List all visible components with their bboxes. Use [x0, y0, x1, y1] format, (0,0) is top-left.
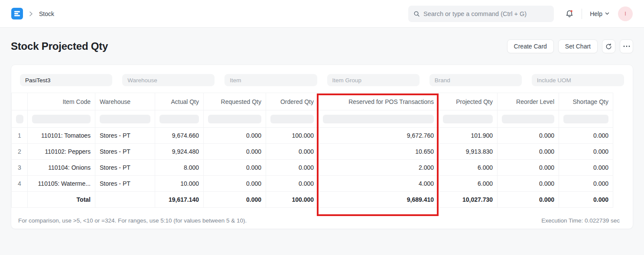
cell-projected-qty[interactable]: 6.000 [439, 176, 498, 192]
navbar-divider [582, 9, 582, 19]
more-menu-button[interactable] [620, 39, 633, 53]
cell-actual-qty[interactable]: 10.000 [155, 176, 204, 192]
help-menu[interactable]: Help [590, 10, 609, 17]
column-header-requested-qty[interactable]: Requested Qty [204, 93, 266, 110]
cell-actual-qty[interactable]: 9,924.480 [155, 144, 204, 160]
brand-filter-input[interactable] [429, 74, 522, 86]
cell-reserved-pos[interactable]: 4.000 [319, 176, 439, 192]
cell-reserved-pos[interactable]: 9,672.760 [319, 128, 439, 144]
row-index: 1 [12, 128, 28, 144]
cell-actual-qty[interactable]: 9,674.660 [155, 128, 204, 144]
cell-reserved-pos[interactable]: 10.650 [319, 144, 439, 160]
total-requested-qty: 0.000 [204, 192, 266, 208]
column-header-projected-qty[interactable]: Projected Qty [439, 93, 498, 110]
row-index: 2 [12, 144, 28, 160]
cell-warehouse[interactable]: Stores - PT [95, 160, 155, 176]
column-filter-input[interactable] [323, 115, 434, 123]
column-filter-input[interactable] [32, 115, 91, 123]
column-header-warehouse[interactable]: Warehouse [95, 93, 155, 110]
cell-shortage-qty[interactable]: 0.000 [559, 160, 613, 176]
search-icon [413, 10, 420, 17]
report-footer: For comparison, use >5, <10 or =324. For… [18, 217, 620, 224]
execution-time: Execution Time: 0.022739 sec [541, 217, 620, 224]
cell-projected-qty[interactable]: 101.900 [439, 128, 498, 144]
cell-ordered-qty[interactable]: 100.000 [266, 128, 319, 144]
total-projected-qty: 10,027.730 [439, 192, 498, 208]
cell-reserved-pos[interactable]: 2.000 [319, 160, 439, 176]
cell-item-code[interactable]: 110104: Onions [28, 160, 95, 176]
cell-actual-qty[interactable]: 8.000 [155, 160, 204, 176]
cell-reorder-level[interactable]: 0.000 [498, 160, 559, 176]
ellipsis-icon [623, 45, 630, 47]
column-filter-input[interactable] [159, 115, 199, 123]
user-avatar[interactable]: I [618, 6, 633, 21]
set-chart-button[interactable]: Set Chart [558, 39, 598, 53]
column-header-index[interactable] [12, 93, 28, 110]
create-card-button[interactable]: Create Card [507, 39, 554, 53]
column-header-ordered-qty[interactable]: Ordered Qty [266, 93, 319, 110]
column-header-actual-qty[interactable]: Actual Qty [155, 93, 204, 110]
cell-item-code[interactable]: 110105: Waterme... [28, 176, 95, 192]
cell-projected-qty[interactable]: 6.000 [439, 160, 498, 176]
column-filter-input[interactable] [270, 115, 314, 123]
cell-item-code[interactable]: 110102: Peppers [28, 144, 95, 160]
item-group-filter-input[interactable] [327, 74, 420, 86]
table-row[interactable]: 1 110101: Tomatoes Stores - PT 9,674.660… [12, 128, 613, 144]
company-filter-input[interactable] [20, 74, 112, 86]
column-header-reserved-pos[interactable]: Reserved for POS Transactions [319, 93, 439, 110]
page-title: Stock Projected Qty [11, 40, 108, 52]
table-row[interactable]: 3 110104: Onions Stores - PT 8.000 0.000… [12, 160, 613, 176]
chevron-down-icon [605, 12, 609, 15]
page-head: Stock Projected Qty Create Card Set Char… [11, 39, 633, 53]
navbar-left: Stock [11, 8, 54, 19]
column-header-shortage-qty[interactable]: Shortage Qty [559, 93, 613, 110]
cell-reorder-level[interactable]: 0.000 [498, 176, 559, 192]
row-index [12, 192, 28, 208]
cell-requested-qty[interactable]: 0.000 [204, 160, 266, 176]
cell-ordered-qty[interactable]: 0.000 [266, 176, 319, 192]
cell-warehouse[interactable]: Stores - PT [95, 144, 155, 160]
total-row: Total 19,617.140 0.000 100.000 9,689.410… [12, 192, 613, 208]
cell-warehouse[interactable]: Stores - PT [95, 128, 155, 144]
help-label: Help [590, 10, 602, 17]
notifications-button[interactable] [565, 10, 574, 18]
column-filter-input[interactable] [16, 115, 23, 123]
column-filter-input[interactable] [208, 115, 261, 123]
include-uom-filter-input[interactable] [532, 74, 624, 86]
item-filter-input[interactable] [224, 74, 317, 86]
column-filter-input[interactable] [502, 115, 554, 123]
cell-requested-qty[interactable]: 0.000 [204, 128, 266, 144]
app-logo[interactable] [11, 8, 23, 19]
cell-requested-qty[interactable]: 0.000 [204, 144, 266, 160]
cell-shortage-qty[interactable]: 0.000 [559, 176, 613, 192]
table-row[interactable]: 4 110105: Waterme... Stores - PT 10.000 … [12, 176, 613, 192]
bell-icon [565, 10, 574, 18]
total-label: Total [28, 192, 95, 208]
column-filter-input[interactable] [100, 115, 150, 123]
column-header-item-code[interactable]: Item Code [28, 93, 95, 110]
column-filter-input[interactable] [443, 115, 493, 123]
cell-reorder-level[interactable]: 0.000 [498, 128, 559, 144]
cell-reorder-level[interactable]: 0.000 [498, 144, 559, 160]
breadcrumb[interactable]: Stock [39, 10, 54, 17]
cell-shortage-qty[interactable]: 0.000 [559, 144, 613, 160]
cell-warehouse[interactable]: Stores - PT [95, 176, 155, 192]
cell-ordered-qty[interactable]: 0.000 [266, 144, 319, 160]
row-index: 3 [12, 160, 28, 176]
table-row[interactable]: 2 110102: Peppers Stores - PT 9,924.480 … [12, 144, 613, 160]
refresh-button[interactable] [602, 39, 615, 53]
cell-item-code[interactable]: 110101: Tomatoes [28, 128, 95, 144]
warehouse-filter-input[interactable] [122, 74, 215, 86]
navbar-right: Help I [408, 6, 633, 22]
search-input[interactable] [423, 10, 549, 17]
cell-ordered-qty[interactable]: 0.000 [266, 160, 319, 176]
column-filter-input[interactable] [563, 115, 608, 123]
column-filter-row [12, 110, 613, 128]
column-header-reorder-level[interactable]: Reorder Level [498, 93, 559, 110]
cell-projected-qty[interactable]: 9,913.830 [439, 144, 498, 160]
global-search[interactable] [408, 6, 554, 22]
erpnext-logo-icon [14, 10, 20, 17]
total-actual-qty: 19,617.140 [155, 192, 204, 208]
cell-shortage-qty[interactable]: 0.000 [559, 128, 613, 144]
cell-requested-qty[interactable]: 0.000 [204, 176, 266, 192]
